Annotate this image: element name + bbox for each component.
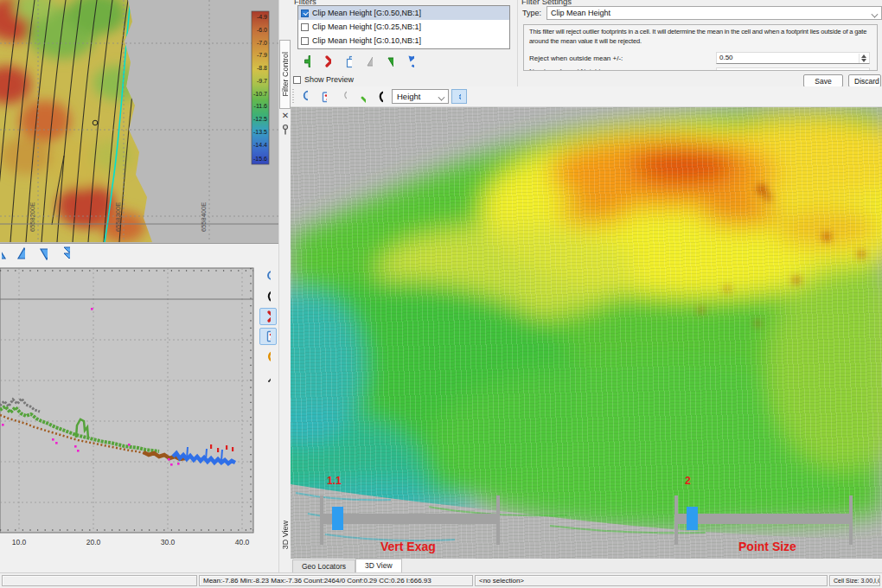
- colorbar-tick: -13.5: [253, 129, 267, 135]
- colorbar-tick: -7.0: [257, 40, 267, 46]
- status-selection: <no selection>: [475, 575, 828, 586]
- view3d-toolbar: Height: [291, 86, 882, 107]
- filters-panel: Filters Clip Mean Height [G:0.50,NB:1] C…: [291, 0, 515, 86]
- slice-profile-view[interactable]: 10.0 20.0 30.0 40.0: [0, 263, 256, 558]
- filter-type-row: Type: Clip Mean Height: [522, 6, 880, 20]
- copy-filter-button[interactable]: [339, 53, 357, 69]
- neighbors-value-field[interactable]: 1 Neighbor: [716, 67, 870, 71]
- checkbox-icon[interactable]: [301, 37, 309, 45]
- filter-list-item[interactable]: Clip Mean Height [G:0.25,NB:1]: [298, 20, 509, 34]
- reset-filters-button[interactable]: [401, 53, 419, 69]
- colorbar-tick: -14.4: [253, 142, 267, 148]
- filter-list-item[interactable]: Clip Mean Height [G:0.50,NB:1]: [298, 6, 509, 20]
- view3d-scene[interactable]: 1.1 Vert Exag 2 Point Size: [291, 107, 882, 559]
- filter-settings-title: Filter Settings: [521, 0, 572, 6]
- undo-blue-icon: [406, 54, 414, 69]
- green-check-icon: [360, 89, 366, 105]
- filter-item-label: Clip Mean Height [G:0.10,NB:1]: [312, 36, 421, 45]
- chevron-down-icon: [438, 94, 445, 101]
- pin-glyph: [280, 124, 291, 136]
- view3d-lighting-button[interactable]: [336, 88, 352, 105]
- filter-type-value: Clip Mean Height: [551, 9, 610, 17]
- filter-list-item[interactable]: Clip Mean Height [G:0.10,NB:1]: [298, 34, 509, 48]
- close-icon[interactable]: ✕: [280, 111, 291, 121]
- checkbox-icon[interactable]: [293, 76, 301, 84]
- chevron-down-icon: [872, 11, 879, 18]
- toolbar-drag-handle[interactable]: [292, 89, 294, 104]
- colorbar-tick: -10.7: [253, 91, 267, 97]
- view3d-side-tab[interactable]: 3D View: [279, 510, 291, 560]
- type-label: Type:: [522, 9, 541, 17]
- filter-type-combobox[interactable]: Clip Mean Height: [546, 6, 882, 20]
- profile-toolbar: [258, 268, 278, 385]
- tab-3d-view[interactable]: 3D View: [355, 559, 402, 572]
- checkbox-icon[interactable]: [301, 23, 309, 31]
- profile-plot: 10.0 20.0 30.0 40.0: [0, 263, 256, 558]
- move-up-button[interactable]: [360, 53, 378, 69]
- status-stats: Mean:-7.86 Min:-8.23 Max:-7.36 Count:246…: [199, 575, 473, 586]
- spin-down-icon[interactable]: [861, 59, 866, 62]
- filter-list[interactable]: Clip Mean Height [G:0.50,NB:1] Clip Mean…: [297, 5, 510, 49]
- swap-layer-button[interactable]: [451, 89, 467, 104]
- profile-zoom-button[interactable]: [259, 268, 277, 285]
- reject-value-spinbox[interactable]: 0.50: [716, 52, 870, 64]
- filter-item-label: Clip Mean Height [G:0.25,NB:1]: [312, 22, 421, 31]
- point-size-label: Point Size: [738, 540, 796, 553]
- view3d-zoom-button[interactable]: [297, 88, 313, 105]
- delete-filter-button[interactable]: [318, 53, 336, 69]
- triangle-up-icon: [16, 246, 25, 261]
- discard-button[interactable]: Discard: [848, 74, 881, 86]
- triangle-up-gray-icon: [365, 54, 373, 69]
- profile-polygon-select-button[interactable]: [259, 288, 277, 305]
- tab-geo-locators[interactable]: Geo Locators: [292, 559, 355, 572]
- pan-double-down-button[interactable]: [56, 246, 75, 262]
- profile-undo-button[interactable]: [259, 348, 277, 365]
- point-size-handle[interactable]: [687, 507, 698, 530]
- blue-double-diamond-icon: [457, 91, 461, 103]
- add-filter-button[interactable]: [297, 53, 316, 69]
- color-layer-value: Height: [397, 92, 420, 101]
- vert-exag-label: Vert Exag: [380, 540, 436, 553]
- show-preview-label: Show Preview: [304, 75, 354, 84]
- profile-reject-button[interactable]: [259, 308, 277, 325]
- profile-measure-button[interactable]: [259, 368, 277, 385]
- filter-control-tab[interactable]: Filter Control: [279, 40, 291, 109]
- spin-up-icon[interactable]: [861, 54, 866, 58]
- move-down-button[interactable]: [380, 53, 399, 69]
- copy-icon: [344, 54, 352, 69]
- view3d-points-select-button[interactable]: [316, 88, 332, 105]
- checkbox-checked-icon[interactable]: [301, 10, 309, 17]
- pan-up-button[interactable]: [11, 246, 30, 262]
- plus-icon: [303, 54, 310, 69]
- bathymetry-map-image: 6558200E 6558300E 6558400E -4.9 -6.0 -7.…: [0, 0, 278, 242]
- point-size-value: 2: [685, 475, 691, 487]
- filter-control-tab-label: Filter Control: [281, 52, 290, 97]
- lightbulb-icon: [341, 89, 347, 105]
- red-x-icon: [323, 54, 331, 69]
- polygon-icon: [377, 89, 383, 105]
- color-layer-combobox[interactable]: Height: [392, 89, 449, 104]
- vert-exag-handle[interactable]: [332, 507, 343, 530]
- show-preview-checkbox[interactable]: Show Preview: [293, 75, 354, 84]
- view3d-polygon-button[interactable]: [372, 88, 388, 105]
- status-bar: Mean:-7.86 Min:-8.23 Max:-7.36 Count:246…: [0, 572, 882, 588]
- pan-down-button[interactable]: [34, 246, 53, 262]
- vert-exag-track[interactable]: [320, 514, 500, 524]
- map-2d-view[interactable]: 6558200E 6558300E 6558400E -4.9 -6.0 -7.…: [0, 0, 279, 244]
- neighbors-value: 1 Neighbor: [719, 68, 753, 71]
- status-empty-segment: [2, 575, 197, 586]
- neighbors-label: Number of good Neighbors:: [529, 67, 614, 71]
- spinner-buttons[interactable]: [859, 54, 868, 63]
- filter-item-label: Clip Mean Height [G:0.50,NB:1]: [312, 9, 421, 17]
- partial-pan-icon[interactable]: [2, 246, 8, 262]
- points-icon: [265, 329, 271, 344]
- save-button[interactable]: Save: [803, 74, 843, 86]
- profile-points-mode-button[interactable]: [259, 328, 277, 345]
- colorbar-tick: -12.5: [253, 116, 267, 122]
- point-size-track[interactable]: [674, 514, 853, 524]
- view3d-accept-button[interactable]: [355, 88, 371, 105]
- pin-icon[interactable]: [280, 124, 291, 136]
- triangle-down-icon: [39, 246, 48, 261]
- easting-label: 6558200E: [29, 202, 36, 232]
- colorbar-tick: -4.9: [257, 14, 267, 20]
